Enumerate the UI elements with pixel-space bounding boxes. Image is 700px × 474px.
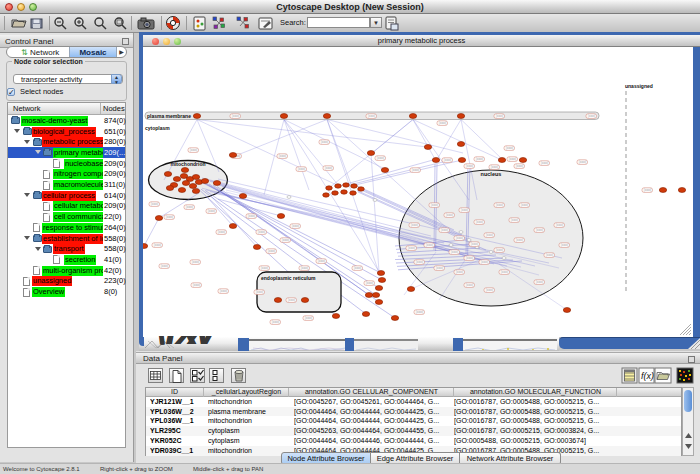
svg-text:(xxxx): (xxxx) — [232, 114, 240, 118]
svg-text:(xxxx): (xxxx) — [190, 148, 198, 152]
svg-text:(xxxx): (xxxx) — [486, 288, 494, 292]
svg-text:(xxxx): (xxxx) — [366, 281, 374, 285]
svg-text:mitochondrion: mitochondrion — [171, 161, 206, 167]
svg-text:(xxxx): (xxxx) — [411, 223, 419, 227]
svg-text:(xxxx): (xxxx) — [439, 121, 447, 125]
svg-text:(xxxx): (xxxx) — [441, 228, 449, 232]
svg-text:(xxxx): (xxxx) — [154, 243, 162, 247]
svg-text:(xxxx): (xxxx) — [412, 168, 420, 172]
svg-text:(xxxx): (xxxx) — [466, 164, 474, 168]
svg-text:(xxxx): (xxxx) — [466, 256, 474, 260]
svg-text:(xxxx): (xxxx) — [516, 164, 524, 168]
svg-text:(xxxx): (xxxx) — [416, 310, 424, 314]
svg-text:(xxxx): (xxxx) — [471, 242, 479, 246]
svg-text:(xxxx): (xxxx) — [481, 260, 489, 264]
svg-text:(xxxx): (xxxx) — [476, 220, 484, 224]
svg-text:(xxxx): (xxxx) — [218, 230, 226, 234]
svg-text:(xxxx): (xxxx) — [496, 203, 504, 207]
svg-text:(xxxx): (xxxx) — [536, 280, 544, 284]
svg-text:(xxxx): (xxxx) — [506, 146, 514, 150]
svg-text:(xxxx): (xxxx) — [279, 154, 287, 158]
svg-text:(xxxx): (xxxx) — [511, 218, 519, 222]
svg-text:(xxxx): (xxxx) — [258, 230, 266, 234]
svg-text:(xxxx): (xxxx) — [256, 290, 264, 294]
svg-text:(xxxx): (xxxx) — [431, 203, 439, 207]
svg-text:(xxxx): (xxxx) — [436, 266, 444, 270]
svg-text:(xxxx): (xxxx) — [456, 270, 464, 274]
svg-text:(xxxx): (xxxx) — [446, 213, 454, 217]
svg-text:(xxxx): (xxxx) — [268, 249, 276, 253]
svg-text:(xxxx): (xxxx) — [305, 316, 313, 320]
svg-text:(xxxx): (xxxx) — [292, 224, 300, 228]
svg-text:(xxxx): (xxxx) — [509, 157, 517, 161]
svg-text:(xxxx): (xxxx) — [496, 114, 504, 118]
svg-text:(xxxx): (xxxx) — [193, 283, 201, 287]
svg-text:(xxxx): (xxxx) — [208, 209, 216, 213]
svg-text:(xxxx): (xxxx) — [444, 158, 452, 162]
svg-text:(xxxx): (xxxx) — [516, 238, 524, 242]
svg-text:(xxxx): (xxxx) — [192, 260, 200, 264]
svg-text:(xxxx): (xxxx) — [377, 156, 385, 160]
svg-text:(xxxx): (xxxx) — [486, 233, 494, 237]
svg-text:(xxxx): (xxxx) — [546, 253, 554, 257]
svg-text:(xxxx): (xxxx) — [501, 270, 509, 274]
svg-text:(xxxx): (xxxx) — [541, 161, 549, 165]
svg-text:(xxxx): (xxxx) — [261, 266, 269, 270]
svg-text:(xxxx): (xxxx) — [491, 165, 499, 169]
svg-text:(xxxx): (xxxx) — [318, 259, 326, 263]
svg-text:(xxxx): (xxxx) — [496, 248, 504, 252]
svg-text:(xxxx): (xxxx) — [466, 283, 474, 287]
svg-text:(xxxx): (xxxx) — [186, 205, 194, 209]
svg-text:(xxxx): (xxxx) — [476, 157, 484, 161]
svg-text:(xxxx): (xxxx) — [521, 203, 529, 207]
svg-text:(xxxx): (xxxx) — [368, 114, 376, 118]
svg-text:(xxxx): (xxxx) — [536, 228, 544, 232]
svg-text:(xxxx): (xxxx) — [248, 214, 256, 218]
svg-text:(xxxx): (xxxx) — [161, 264, 169, 268]
svg-text:nucleus: nucleus — [481, 171, 502, 177]
svg-text:(xxxx): (xxxx) — [166, 215, 174, 219]
svg-text:cytoplasm: cytoplasm — [145, 125, 170, 131]
svg-text:(xxxx): (xxxx) — [288, 298, 296, 302]
svg-text:(xxxx): (xxxx) — [588, 114, 596, 118]
svg-text:(xxxx): (xxxx) — [325, 166, 333, 170]
svg-text:(xxxx): (xxxx) — [451, 250, 459, 254]
svg-text:(xxxx): (xxxx) — [301, 266, 309, 270]
svg-text:(xxxx): (xxxx) — [416, 260, 424, 264]
svg-text:f(x): f(x) — [641, 371, 654, 381]
svg-text:(xxxx): (xxxx) — [151, 202, 159, 206]
svg-text:(xxxx): (xxxx) — [220, 289, 228, 293]
svg-text:(xxxx): (xxxx) — [321, 140, 329, 144]
svg-text:(xxxx): (xxxx) — [556, 223, 564, 227]
svg-text:(xxxx): (xxxx) — [426, 243, 434, 247]
svg-text:(xxxx): (xxxx) — [298, 167, 306, 171]
svg-text:(xxxx): (xxxx) — [461, 208, 469, 212]
svg-text:(xxxx): (xxxx) — [408, 246, 416, 250]
svg-text:(xxxx): (xxxx) — [579, 160, 587, 164]
svg-text:(xxxx): (xxxx) — [456, 236, 464, 240]
svg-text:unassigned: unassigned — [625, 83, 653, 89]
svg-text:(xxxx): (xxxx) — [272, 320, 280, 324]
svg-text:(xxxx): (xxxx) — [282, 238, 290, 242]
svg-text:(xxxx): (xxxx) — [354, 266, 362, 270]
svg-text:(xxxx): (xxxx) — [644, 188, 652, 192]
svg-text:endoplasmic reticulum: endoplasmic reticulum — [261, 275, 316, 281]
svg-text:plasma membrane: plasma membrane — [147, 113, 191, 119]
svg-text:(xxxx): (xxxx) — [561, 243, 569, 247]
